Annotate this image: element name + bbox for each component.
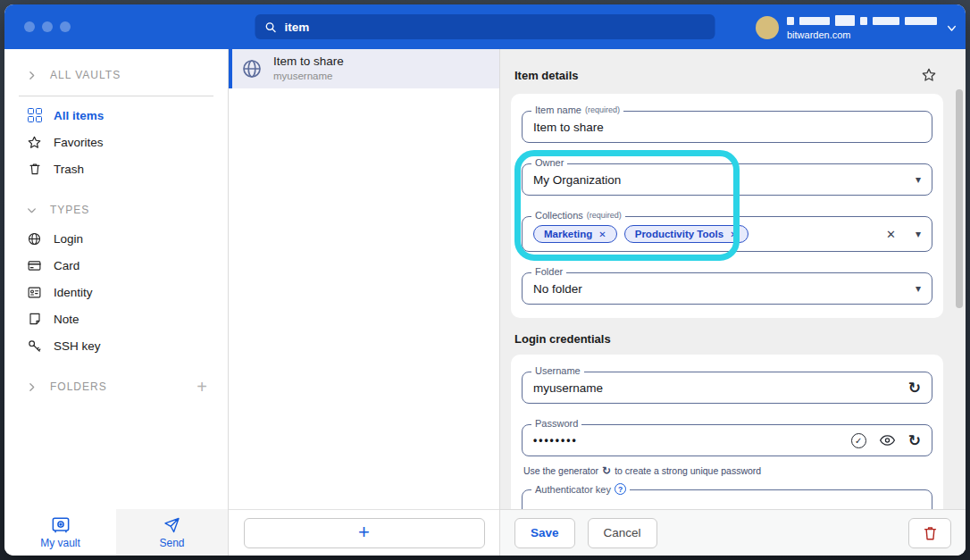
account-menu[interactable]: bitwarden.com [756,11,958,45]
item-details-panel: Item details Item name (required) Item t… [500,49,966,556]
field-label: Folder [531,266,566,277]
remove-chip-icon[interactable]: ✕ [598,230,606,239]
card-icon [27,258,42,273]
sidebar-item-label: Identity [54,286,93,299]
vault-icon [51,516,71,534]
item-name-value: Item to share [533,121,604,134]
add-folder-button[interactable]: + [197,378,208,396]
item-name-field[interactable]: Item name (required) Item to share [522,111,932,143]
generator-hint: Use the generator ↻ to create a strong u… [523,465,932,476]
username-field[interactable]: Username myusername ↻ [522,372,932,404]
sidebar-item-trash[interactable]: Trash [4,155,228,182]
add-item-button[interactable]: + [244,518,485,548]
sidebar-item-label: Trash [54,163,84,176]
tab-label: Send [159,537,184,549]
scrollbar-thumb[interactable] [956,89,963,308]
minimize-window-button[interactable] [42,21,53,32]
username-value: myusername [533,381,603,395]
login-credentials-header: Login credentials [514,332,966,346]
avatar [756,16,779,39]
generate-username-icon[interactable]: ↻ [908,380,921,396]
page-title: Item details [514,69,579,82]
caret-down-icon: ▾ [916,283,921,294]
check-password-icon[interactable]: ✓ [851,433,866,448]
sidebar-item-label: All items [54,109,104,122]
chevron-right-icon [26,381,38,393]
redacted-email [787,15,937,26]
identity-icon [27,285,42,300]
search-query: item [285,21,310,34]
sidebar-item-all-items[interactable]: All items [4,102,228,129]
close-window-button[interactable] [24,21,35,32]
bottom-tabbar: My vault Send [4,509,228,556]
detail-footer: Save Cancel [500,509,966,556]
item-subtitle: myusername [273,70,344,82]
field-label: Item name (required) [531,104,623,115]
tab-my-vault[interactable]: My vault [4,509,116,556]
search-input[interactable]: item [255,14,715,39]
titlebar: item bitwarden.com [4,4,966,49]
tab-send[interactable]: Send [116,509,228,556]
item-details-card: Item name (required) Item to share Owner… [511,94,943,318]
delete-item-button[interactable] [908,518,951,548]
owner-value: My Organization [533,173,621,187]
app-window: item bitwarden.com [4,4,966,556]
window-controls [24,21,71,32]
chevron-down-icon [26,205,38,216]
sidebar-item-label: Card [54,259,79,272]
sidebar-item-card[interactable]: Card [4,252,228,279]
sidebar-item-label: Login [54,232,83,246]
collections-select[interactable]: Collections (required) Marketing ✕ Produ… [522,216,932,252]
zoom-window-button[interactable] [60,21,71,32]
generator-icon: ↻ [602,465,611,476]
chevron-down-icon [945,21,958,35]
sidebar-item-identity[interactable]: Identity [4,279,228,305]
collection-chip[interactable]: Marketing ✕ [533,225,617,243]
item-list-footer: + [229,509,499,556]
collection-chip[interactable]: Productivity Tools ✕ [624,225,748,243]
list-item[interactable]: Item to share myusername [229,49,499,88]
folder-value: No folder [533,282,582,296]
password-field[interactable]: Password •••••••• ✓ ↻ [522,424,932,456]
sidebar-item-label: SSH key [54,339,101,353]
generate-password-icon[interactable]: ↻ [908,433,921,448]
clear-collections-icon[interactable]: ✕ [886,229,896,240]
caret-down-icon: ▾ [916,174,921,185]
cancel-button[interactable]: Cancel [588,518,657,548]
sidebar-item-favorites[interactable]: Favorites [4,129,228,155]
detail-header: Item details [500,49,966,92]
sidebar-item-ssh-key[interactable]: SSH key [4,332,228,359]
sidebar-section-all-vaults[interactable]: ALL VAULTS [4,60,228,90]
folder-select[interactable]: Folder No folder ▾ [522,272,932,305]
sidebar-section-types[interactable]: TYPES [4,195,228,225]
search-icon [264,21,278,34]
sidebar-item-login[interactable]: Login [4,225,228,252]
grid-icon [27,108,42,123]
owner-select[interactable]: Owner My Organization ▾ [522,163,932,196]
sidebar-item-label: Favorites [54,136,104,149]
account-info: bitwarden.com [787,15,937,40]
sidebar-section-folders[interactable]: FOLDERS + [4,372,228,402]
field-label: Authenticator key ? [531,483,630,495]
item-list-panel: Item to share myusername + [228,49,500,556]
field-label: Owner [531,157,567,168]
help-icon[interactable]: ? [615,483,626,495]
sidebar-item-note[interactable]: Note [4,305,228,332]
send-icon [163,516,181,534]
toggle-visibility-eye-icon[interactable] [879,433,896,447]
item-title: Item to share [273,54,344,70]
remove-chip-icon[interactable]: ✕ [730,230,737,239]
folders-label: FOLDERS [50,380,107,393]
divider [19,96,213,96]
password-value: •••••••• [533,434,578,447]
save-button[interactable]: Save [514,518,575,548]
tab-label: My vault [40,537,80,549]
field-label: Username [531,365,584,376]
sidebar-item-label: Note [54,313,79,326]
types-label: TYPES [50,204,89,216]
star-icon [27,135,42,150]
globe-icon [27,231,42,247]
sidebar: ALL VAULTS All items Favorites [4,49,228,556]
favorite-star-icon[interactable] [921,67,937,83]
caret-down-icon: ▾ [916,229,921,239]
